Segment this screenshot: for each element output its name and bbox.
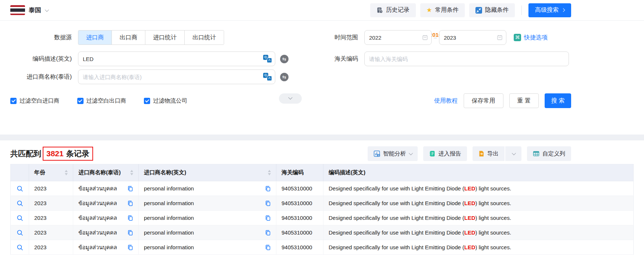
checkbox-checked-icon xyxy=(144,98,150,104)
export-split-button: 导出 xyxy=(473,146,521,161)
cell-name-thai: ข้อมูลส่วนบุคคล xyxy=(78,184,117,193)
history-label: 历史记录 xyxy=(386,6,410,14)
match-suffix: 条记录 xyxy=(66,149,89,159)
header-year: 年份 xyxy=(29,164,73,181)
cell-hs-code: 9405310000 xyxy=(276,211,323,225)
export-dropdown-button[interactable] xyxy=(505,146,521,161)
sort-icon[interactable] xyxy=(130,170,133,175)
tab-export-stats[interactable]: 出口统计 xyxy=(184,31,224,44)
tab-import-stats[interactable]: 进口统计 xyxy=(145,31,184,44)
advanced-search-button[interactable]: 高级搜索 xyxy=(528,3,571,17)
thailand-flag-icon xyxy=(10,5,25,15)
hide-conditions-button[interactable]: 隐藏条件 xyxy=(469,3,515,17)
favorites-button[interactable]: ★ 常用条件 xyxy=(420,3,465,17)
export-label: 导出 xyxy=(487,150,499,158)
chevron-down-icon xyxy=(45,7,49,11)
results-table: 年份 进口商名称(泰语) 进口商名称(英文) 海关编码 xyxy=(10,164,634,255)
cell-name-thai: ข้อมูลส่วนบุคคล xyxy=(78,243,117,252)
svg-text:BI: BI xyxy=(378,155,379,157)
cell-description: Designed specifically for use with Light… xyxy=(323,196,634,211)
match-count-highlight-box: 3821 条记录 xyxy=(43,147,93,161)
row-search-icon[interactable] xyxy=(16,229,24,236)
row-search-icon[interactable] xyxy=(16,215,24,221)
quick-options-link[interactable]: ⌘ 快捷选项 xyxy=(514,34,548,42)
tab-exporter[interactable]: 出口商 xyxy=(112,31,145,44)
checkbox-checked-icon xyxy=(10,98,17,104)
cell-hs-code: 9405310000 xyxy=(276,196,323,211)
cell-name-thai: ข้อมูลส่วนบุคคล xyxy=(78,199,117,208)
cell-name-english: personal information xyxy=(144,229,194,236)
cell-hs-code: 9405310000 xyxy=(276,181,323,196)
tutorial-link[interactable]: 使用教程 xyxy=(434,97,458,105)
time-range-separator: – xyxy=(432,35,439,40)
copy-icon[interactable] xyxy=(127,200,133,206)
match-mode-icon[interactable]: ⇆ xyxy=(280,73,289,81)
export-icon xyxy=(478,150,484,157)
collapse-form-button[interactable] xyxy=(279,93,302,104)
copy-icon[interactable] xyxy=(265,186,271,192)
copy-icon[interactable] xyxy=(127,186,133,192)
export-button[interactable]: 导出 xyxy=(473,146,505,161)
filter-blank-importer-checkbox[interactable]: 过滤空白进口商 xyxy=(10,97,60,105)
header-search-col xyxy=(11,164,29,181)
row-search-icon[interactable] xyxy=(16,185,24,192)
cell-name-thai: ข้อมูลส่วนบุคคล xyxy=(78,228,117,237)
table-row: 2023 ข้อมูลส่วนบุคคล personal informatio… xyxy=(11,211,634,225)
importer-name-input[interactable] xyxy=(78,69,275,84)
importer-name-label: 进口商名称(泰语) xyxy=(10,73,72,81)
cell-name-english: personal information xyxy=(144,215,194,221)
collapse-icon xyxy=(475,7,482,14)
history-icon xyxy=(376,7,383,14)
section-divider xyxy=(0,135,644,140)
copy-icon[interactable] xyxy=(265,244,271,250)
filter-logistics-checkbox[interactable]: 过滤物流公司 xyxy=(144,97,187,105)
row-search-icon[interactable] xyxy=(16,244,24,251)
smart-analysis-button[interactable]: BI 智能分析 xyxy=(368,146,418,161)
enter-report-button[interactable]: 进入报告 xyxy=(423,146,467,161)
header-code-description: 编码描述(英文) xyxy=(323,164,634,181)
copy-icon[interactable] xyxy=(265,215,271,221)
sort-icon[interactable] xyxy=(65,170,68,175)
match-mode-icon[interactable]: ⇆ xyxy=(280,55,289,63)
row-search-icon[interactable] xyxy=(16,200,24,207)
copy-icon[interactable] xyxy=(127,230,133,236)
match-count: 3821 xyxy=(46,149,64,158)
translate-icon[interactable]: 中 A xyxy=(263,73,272,81)
datasource-tabs: 进口商 出口商 进口统计 出口统计 xyxy=(78,30,224,45)
history-button[interactable]: 历史记录 xyxy=(370,3,416,17)
copy-icon[interactable] xyxy=(265,230,271,236)
table-row: 2023 ข้อมูลส่วนบุคคล personal informatio… xyxy=(11,240,634,255)
tab-importer[interactable]: 进口商 xyxy=(78,31,112,44)
cell-name-english: personal information xyxy=(144,200,194,206)
cell-hs-code: 9405310000 xyxy=(276,240,323,255)
hs-code-input[interactable] xyxy=(364,51,569,66)
results-section: 共匹配到 3821 条记录 BI 智能分析 xyxy=(0,144,644,255)
time-from-input[interactable] xyxy=(364,30,432,45)
datasource-label: 数据源 xyxy=(10,34,72,42)
search-button[interactable]: 搜 索 xyxy=(545,93,571,108)
country-selector[interactable]: 泰国 xyxy=(10,5,48,15)
time-to-input[interactable] xyxy=(439,30,506,45)
columns-icon xyxy=(533,150,539,157)
code-desc-label: 编码描述(英文) xyxy=(10,55,72,63)
cell-description: Designed specifically for use with Light… xyxy=(323,181,634,196)
reset-button[interactable]: 重 置 xyxy=(509,93,539,108)
cell-year: 2023 xyxy=(29,211,73,225)
match-prefix: 共匹配到 xyxy=(10,149,41,159)
customize-columns-button[interactable]: 自定义列 xyxy=(527,146,571,161)
copy-icon[interactable] xyxy=(127,215,133,221)
sort-icon[interactable] xyxy=(268,170,271,175)
copy-icon[interactable] xyxy=(127,244,133,250)
chevron-right-icon xyxy=(562,8,565,12)
quick-options-label: 快捷选项 xyxy=(524,34,548,42)
table-header-row: 年份 进口商名称(泰语) 进口商名称(英文) 海关编码 xyxy=(11,164,634,181)
save-conditions-button[interactable]: 保存常用 xyxy=(464,93,503,108)
copy-icon[interactable] xyxy=(265,200,271,206)
translate-icon[interactable]: 中 A xyxy=(263,55,272,63)
code-desc-input[interactable] xyxy=(78,51,275,66)
smart-analysis-label: 智能分析 xyxy=(383,150,406,158)
filter-blank-exporter-checkbox[interactable]: 过滤空白出口商 xyxy=(77,97,127,105)
cell-description: Designed specifically for use with Light… xyxy=(323,211,634,225)
cell-description: Designed specifically for use with Light… xyxy=(323,240,634,255)
cell-hs-code: 9405310000 xyxy=(276,225,323,240)
